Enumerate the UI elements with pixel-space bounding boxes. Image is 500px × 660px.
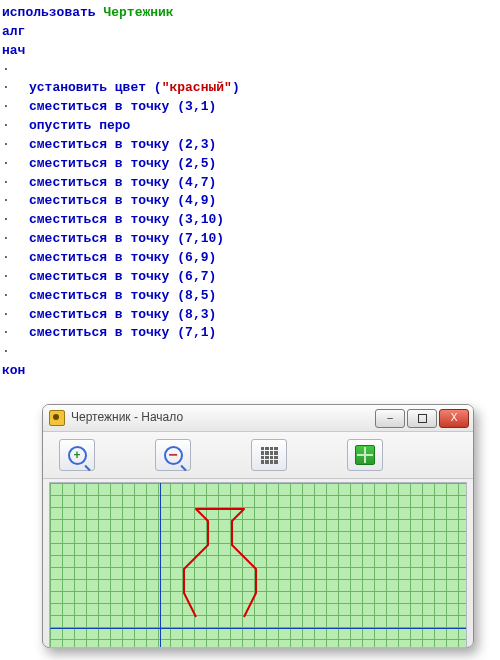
code-line: ·сместиться в точку (2,3) (2, 136, 498, 155)
line-use: использовать Чертежник (2, 4, 498, 23)
code-line: ·сместиться в точку (3,10) (2, 211, 498, 230)
grid-icon (261, 447, 278, 464)
code-line: ·сместиться в точку (7,1) (2, 324, 498, 343)
center-axes-button[interactable] (347, 439, 383, 471)
app-icon (49, 410, 65, 426)
axes-icon (355, 445, 375, 465)
code-line: ·сместиться в точку (6,9) (2, 249, 498, 268)
svg-rect-0 (418, 414, 426, 422)
zoom-in-button[interactable]: + (59, 439, 95, 471)
code-line: ·сместиться в точку (7,10) (2, 230, 498, 249)
zoom-out-icon: − (164, 446, 183, 465)
close-button[interactable]: X (439, 409, 469, 428)
code-line: ·сместиться в точку (6,7) (2, 268, 498, 287)
zoom-out-button[interactable]: − (155, 439, 191, 471)
titlebar[interactable]: Чертежник - Начало – X (43, 405, 473, 432)
code-line: ·сместиться в точку (3,1) (2, 98, 498, 117)
code-line: ·сместиться в точку (4,9) (2, 192, 498, 211)
zoom-in-icon: + (68, 446, 87, 465)
code-line: ·опустить перо (2, 117, 498, 136)
code-line: ·сместиться в точку (2,5) (2, 155, 498, 174)
drawing-path (50, 483, 466, 647)
maximize-button[interactable] (407, 409, 437, 428)
line-begin: нач (2, 42, 498, 61)
code-line: ·сместиться в точку (8,3) (2, 306, 498, 325)
code-editor: использовать Чертежник алг нач · ·устано… (0, 0, 500, 381)
drawing-canvas[interactable] (49, 482, 467, 648)
drawing-window[interactable]: Чертежник - Начало – X + − (42, 404, 474, 648)
code-line: ·сместиться в точку (4,7) (2, 174, 498, 193)
line-setcolor: ·установить цвет ("красный") (2, 79, 498, 98)
line-alg: алг (2, 23, 498, 42)
code-line: ·сместиться в точку (8,5) (2, 287, 498, 306)
toolbar: + − (43, 432, 473, 479)
window-title: Чертежник - Начало (71, 409, 369, 426)
minimize-button[interactable]: – (375, 409, 405, 428)
grid-toggle-button[interactable] (251, 439, 287, 471)
line-end: кон (2, 362, 498, 381)
